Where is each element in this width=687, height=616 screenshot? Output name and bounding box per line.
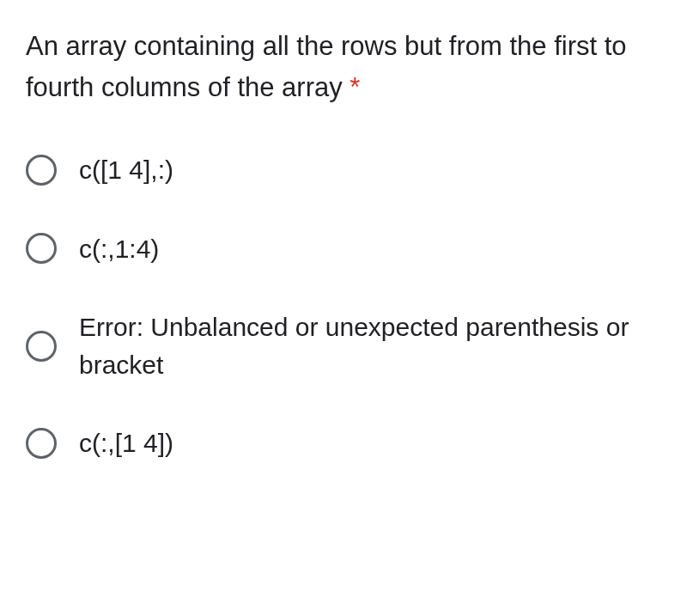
- question-text: An array containing all the rows but fro…: [26, 26, 661, 108]
- radio-icon[interactable]: [26, 233, 57, 264]
- option-row[interactable]: c(:,[1 4]): [26, 424, 661, 462]
- options-list: c([1 4],:) c(:,1:4) Error: Unbalanced or…: [26, 151, 661, 462]
- radio-icon[interactable]: [26, 428, 57, 459]
- question-prompt: An array containing all the rows but fro…: [26, 31, 627, 102]
- option-label: c([1 4],:): [79, 151, 173, 189]
- option-row[interactable]: c([1 4],:): [26, 151, 661, 189]
- option-label: c(:,1:4): [79, 230, 159, 268]
- radio-icon[interactable]: [26, 155, 57, 186]
- option-row[interactable]: c(:,1:4): [26, 230, 661, 268]
- option-label: c(:,[1 4]): [79, 424, 173, 462]
- radio-icon[interactable]: [26, 331, 57, 362]
- option-row[interactable]: Error: Unbalanced or unexpected parenthe…: [26, 308, 661, 383]
- required-asterisk: *: [350, 72, 360, 102]
- option-label: Error: Unbalanced or unexpected parenthe…: [79, 308, 661, 383]
